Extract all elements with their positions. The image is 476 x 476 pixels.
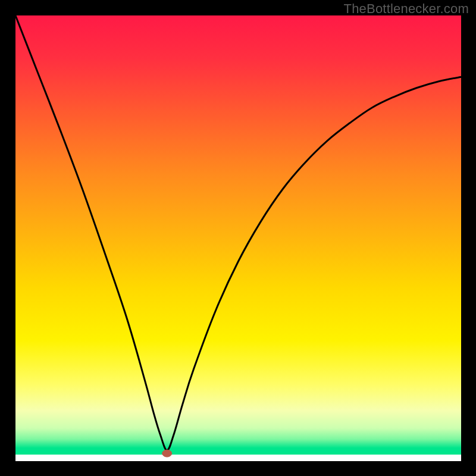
bottleneck-chart	[0, 0, 476, 476]
optimal-point-marker	[162, 450, 172, 457]
plot-area	[15, 15, 461, 455]
bottom-strip	[15, 455, 461, 461]
watermark-label: TheBottlenecker.com	[344, 1, 469, 17]
